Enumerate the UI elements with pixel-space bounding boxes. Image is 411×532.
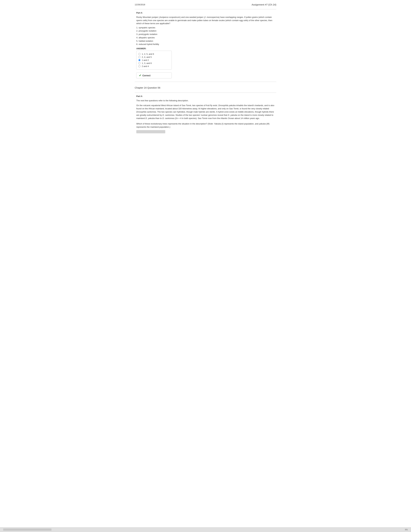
radio-input-1[interactable] [138,53,140,55]
radio-option-5[interactable]: 2 and 4 [138,65,170,67]
correct-label: Correct [142,74,150,77]
radio-input-3[interactable] [138,59,140,61]
d-yakuba-island-text: D. yakuba [228,114,237,116]
list-item: 3. postzygotic isolation [136,33,275,36]
d-santomea-2n-text: D. santomea [162,117,174,119]
part-b-body: On the volcanic equatorial West African … [136,104,275,120]
drosophila-yakuba-text: Drosophila yakuba [218,104,236,107]
list-item: 4. allopatric species [136,36,275,39]
list-item: 2. prezygotic isolation [136,29,275,33]
question-list: 1. sympatric species 2. prezygotic isola… [136,26,275,46]
radio-label-1: 1, 2, 5, and 6 [142,53,154,55]
checkmark-icon: ✔ [139,74,141,77]
part-a-block: Part A Rocky Mountain juniper (Juniperus… [135,12,276,78]
radio-input-2[interactable] [138,56,140,58]
section-divider [135,82,276,82]
radio-label-4: 1, 3, and 6 [142,62,152,64]
radio-label-5: 2 and 4 [142,65,149,67]
text-juniper-italic: Juniperus scopulorum [159,16,180,18]
radio-option-3[interactable]: 1 and 2 [138,59,170,61]
text-intro: Rocky Mountain juniper ( [136,16,159,18]
d-santomea-text: D. santomea [163,114,174,116]
radio-input-5[interactable] [138,65,140,67]
radio-option-2[interactable]: 2, 4, and 5 [138,56,170,58]
page-header: 12/26/2018 Assignment #7 (Ch 24) [135,3,276,6]
list-item: 1. sympatric species [136,26,275,29]
part-b-question: Which of these evolutionary trees repres… [136,122,275,128]
text-mid1: ) and one-seeded juniper ( [180,16,205,18]
text-mono-italic: J. monosperma [204,16,219,18]
part-b-label: Part A [136,95,275,97]
part-b-intro: The next few questions refer to the foll… [136,99,275,102]
correct-badge: ✔ Correct [136,72,172,78]
chapter-heading: Chapter 24 Question 56 [135,85,276,90]
radio-option-4[interactable]: 1, 3, and 6 [138,62,170,64]
radio-input-4[interactable] [138,62,140,64]
part-a-label: Part A [136,12,275,14]
blurred-answer-area [136,130,165,133]
drosophila-santomea-text: Drosophila santomea [136,111,156,113]
header-date: 12/26/2018 [135,3,145,6]
list-item: 6. reduced hybrid fertility [136,43,275,46]
radio-label-3: 1 and 2 [142,59,149,61]
part-b-block: Part A The next few questions refer to t… [135,95,276,133]
chapter-divider [135,93,276,93]
radio-option-1[interactable]: 1, 2, 5, and 6 [138,53,170,55]
d-yakuba-mainland-text: D. yakuba [145,117,155,119]
page-title: Assignment #7 (Ch 24) [252,3,276,6]
radio-label-2: 2, 4, and 5 [142,56,152,58]
list-item: 5. habitat isolation [136,39,275,43]
question-text: Rocky Mountain juniper (Juniperus scopul… [136,16,275,25]
answer-label: ANSWER: [136,47,275,50]
answer-box: 1, 2, 5, and 6 2, 4, and 5 1 and 2 1, 3,… [136,51,172,70]
